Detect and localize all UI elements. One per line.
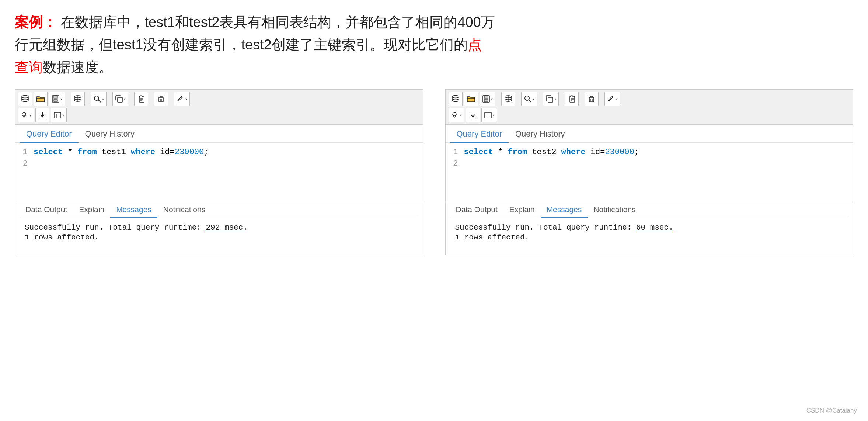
right-editor-line1: 1 select * from test2 where id=230000; [446,146,853,158]
right-message-line1: Successfully run. Total query runtime: 6… [455,223,844,232]
left-download-button[interactable] [35,108,49,122]
left-tab-query-history[interactable]: Query History [79,125,141,143]
right-line-code-1: select * from test2 where id=230000; [464,148,853,157]
left-bottom-tabs-bar: Data Output Explain Messages Notificatio… [20,202,418,218]
left-toolbar: ▾ ▾ [15,90,423,125]
right-editor-area[interactable]: 1 select * from test2 where id=230000; 2 [446,143,853,202]
svg-rect-41 [485,112,491,118]
right-toolbar: ▾ ▾ [446,90,853,125]
left-search-button[interactable]: ▾ [91,92,107,106]
right-runtime-underline: 60 msec. [636,223,673,232]
highlight-dian: 点 [468,37,482,52]
left-delete-button[interactable] [154,92,168,106]
svg-rect-8 [118,97,122,102]
right-save-button[interactable]: ▾ [480,92,495,106]
left-line-code-1: select * from test1 where id=230000; [34,148,423,157]
right-paste-button[interactable] [565,92,579,106]
right-copy-button[interactable]: ▾ [543,92,559,106]
right-download-button[interactable] [466,108,480,122]
left-toolbar-row1: ▾ ▾ [18,92,420,106]
left-runtime-underline: 292 msec. [206,223,247,232]
right-tab-notifications[interactable]: Notifications [588,202,641,218]
svg-rect-25 [484,99,488,102]
svg-rect-10 [140,96,142,97]
left-editor-area[interactable]: 1 select * from test1 where id=230000; 2 [15,143,423,202]
svg-rect-30 [548,97,553,102]
right-tab-messages[interactable]: Messages [541,202,588,218]
svg-rect-2 [54,96,57,98]
left-db-button[interactable] [18,92,32,106]
right-bottom-tabs: Data Output Explain Messages Notificatio… [446,202,853,255]
left-tab-data-output[interactable]: Data Output [20,202,73,218]
right-messages-area: Successfully run. Total query runtime: 6… [450,218,849,255]
svg-rect-3 [54,99,57,102]
left-tab-messages[interactable]: Messages [110,202,157,218]
left-editor-line1: 1 select * from test1 where id=230000; [15,146,423,158]
right-tab-query-editor[interactable]: Query Editor [450,125,509,143]
svg-line-7 [98,100,101,102]
svg-rect-24 [484,96,488,98]
left-bottom-tabs: Data Output Explain Messages Notificatio… [15,202,423,255]
svg-point-22 [452,96,459,98]
right-db2-button[interactable] [501,92,515,106]
svg-line-29 [529,100,531,102]
svg-rect-36 [589,97,594,102]
left-tab-query-editor[interactable]: Query Editor [20,125,79,143]
right-editor-line2: 2 [446,158,853,169]
svg-rect-32 [571,96,573,97]
left-panel: ▾ ▾ [15,89,423,255]
right-line-code-2 [464,159,853,168]
right-tab-explain[interactable]: Explain [503,202,541,218]
right-panel: ▾ ▾ [445,89,854,255]
panels-container: ▾ ▾ [15,89,853,255]
right-line-num-2: 2 [446,159,464,168]
left-line-num-2: 2 [15,159,34,168]
right-message-line2: 1 rows affected. [455,233,844,242]
right-delete-button[interactable] [585,92,599,106]
intro-paragraph: 案例： 在数据库中，test1和test2表具有相同表结构，并都包含了相同的40… [15,11,853,78]
left-message-line1: Successfully run. Total query runtime: 2… [25,223,413,232]
right-line-num-1: 1 [446,148,464,157]
right-db-button[interactable] [449,92,463,106]
left-paste-button[interactable] [134,92,148,106]
svg-point-6 [94,96,99,100]
intro-label: 案例： [15,14,57,30]
right-bottom-tabs-bar: Data Output Explain Messages Notificatio… [450,202,849,218]
left-editor-line2: 2 [15,158,423,169]
svg-rect-14 [159,97,163,102]
left-folder-button[interactable] [34,92,48,106]
left-db2-button[interactable] [71,92,85,106]
left-messages-area: Successfully run. Total query runtime: 2… [20,218,418,255]
right-toolbar-row2: ▾ ▾ [449,108,850,122]
right-tab-query-history[interactable]: Query History [509,125,571,143]
left-paint-button[interactable]: ▾ [18,108,34,122]
left-tabs-bar: Query Editor Query History [15,125,423,143]
left-save-button[interactable]: ▾ [49,92,65,106]
left-view-button[interactable]: ▾ [51,108,67,122]
left-toolbar-row2: ▾ ▾ [18,108,420,122]
right-paint-button[interactable]: ▾ [449,108,464,122]
left-tab-notifications[interactable]: Notifications [157,202,211,218]
right-folder-button[interactable] [464,92,478,106]
right-edit-button[interactable]: ▾ [604,92,620,106]
svg-rect-19 [54,112,61,118]
right-toolbar-row1: ▾ ▾ [449,92,850,106]
left-line-code-2 [34,159,423,168]
left-message-line2: 1 rows affected. [25,233,413,242]
right-tabs-bar: Query Editor Query History [446,125,853,143]
right-tab-data-output[interactable]: Data Output [450,202,503,218]
highlight-chaxun: 查询 [15,59,43,75]
left-copy-button[interactable]: ▾ [112,92,128,106]
left-line-num-1: 1 [15,148,34,157]
svg-point-0 [22,96,28,98]
svg-point-28 [525,96,529,100]
left-edit-button[interactable]: ▾ [174,92,190,106]
right-view-button[interactable]: ▾ [481,108,497,122]
watermark: CSDN @Catalany [806,407,857,414]
left-tab-explain[interactable]: Explain [73,202,110,218]
right-search-button[interactable]: ▾ [521,92,537,106]
